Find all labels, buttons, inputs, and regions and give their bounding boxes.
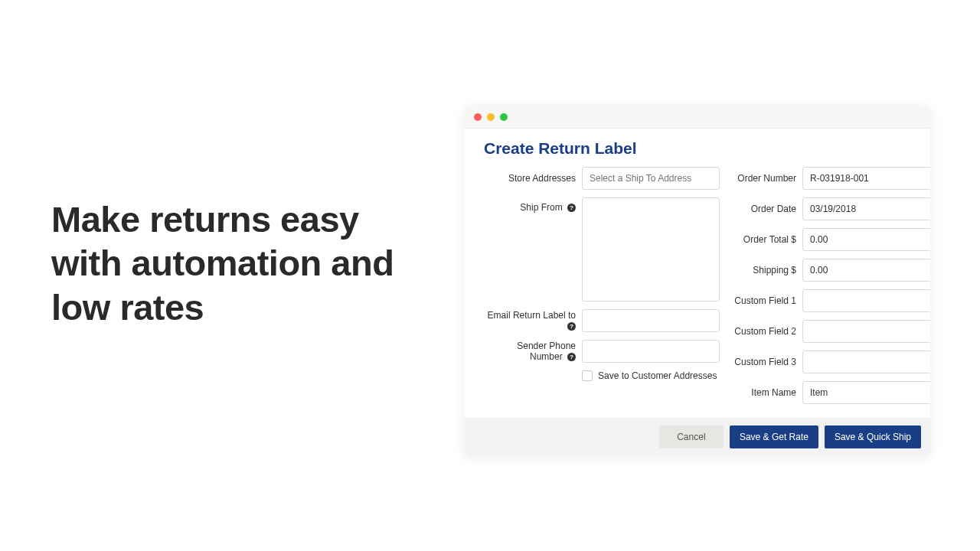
custom3-label: Custom Field 3 (733, 357, 802, 367)
shipping-label: Shipping $ (733, 265, 802, 276)
form-content: Create Return Label Store Addresses Ship… (465, 129, 930, 412)
order-total-label: Order Total $ (733, 234, 802, 245)
maximize-icon[interactable] (500, 113, 508, 121)
help-icon[interactable]: ? (567, 322, 576, 331)
save-to-addresses-checkbox[interactable] (582, 370, 593, 381)
shipping-input[interactable] (802, 259, 930, 282)
save-to-addresses-row: Save to Customer Addresses (484, 370, 720, 381)
custom3-input[interactable] (802, 350, 930, 373)
custom1-label: Custom Field 1 (733, 295, 802, 306)
store-addresses-select[interactable] (582, 167, 720, 190)
custom1-input[interactable] (802, 289, 930, 312)
email-return-input[interactable] (582, 309, 720, 332)
window-titlebar (465, 106, 930, 129)
sender-phone-input[interactable] (582, 340, 720, 363)
form-footer: Cancel Save & Get Rate Save & Quick Ship (465, 418, 930, 456)
save-to-addresses-label: Save to Customer Addresses (598, 370, 717, 381)
custom2-input[interactable] (802, 320, 930, 343)
store-addresses-label: Store Addresses (484, 173, 582, 184)
order-date-label: Order Date (733, 204, 802, 214)
sender-phone-label: Sender Phone Number ? (484, 341, 582, 362)
order-date-input[interactable] (802, 197, 930, 220)
item-name-input[interactable] (802, 381, 930, 404)
order-number-input[interactable] (802, 167, 930, 190)
custom2-label: Custom Field 2 (733, 326, 802, 337)
order-number-label: Order Number (733, 173, 802, 184)
minimize-icon[interactable] (487, 113, 495, 121)
marketing-headline: Make returns easy with automation and lo… (51, 197, 403, 329)
save-get-rate-button[interactable]: Save & Get Rate (730, 425, 818, 448)
close-icon[interactable] (474, 113, 482, 121)
help-icon[interactable]: ? (567, 353, 576, 361)
app-window: Create Return Label Store Addresses Ship… (465, 106, 930, 456)
help-icon[interactable]: ? (567, 204, 576, 212)
left-column: Store Addresses Ship From ? Email Return… (484, 167, 720, 412)
order-total-input[interactable] (802, 228, 930, 251)
item-name-label: Item Name (733, 387, 802, 398)
save-quick-ship-button[interactable]: Save & Quick Ship (825, 425, 921, 448)
email-return-label: Email Return Label to ? (484, 310, 582, 331)
ship-from-input[interactable] (582, 197, 720, 302)
cancel-button[interactable]: Cancel (659, 425, 724, 448)
ship-from-label: Ship From ? (484, 197, 582, 213)
right-column: Order Number Order Date Order Total $ Sh… (733, 167, 930, 412)
form-title: Create Return Label (484, 139, 911, 158)
